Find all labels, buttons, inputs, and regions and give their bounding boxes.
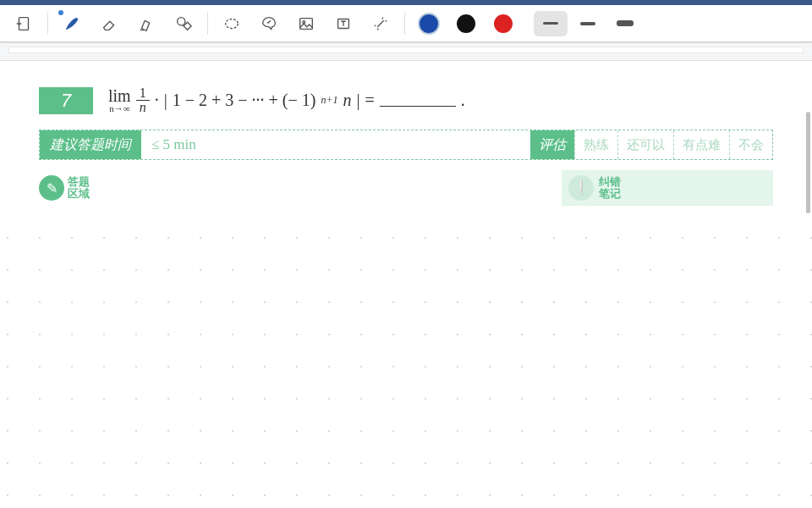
eval-opt-0[interactable]: 熟练 (574, 130, 617, 159)
time-label: 建议答题时间 (40, 130, 141, 159)
eval-opt-2[interactable]: 有点难 (673, 130, 729, 159)
text-tool[interactable] (326, 8, 360, 39)
answer-zone: ✎ 答题区域 (39, 170, 90, 206)
toolbar (0, 5, 812, 42)
eval-opt-1[interactable]: 还可以 (617, 130, 673, 159)
meta-bar: 建议答题时间 ≤ 5 min 评估 熟练 还可以 有点难 不会 (39, 130, 773, 160)
pencil-icon: ✎ (39, 175, 64, 201)
divider (47, 13, 48, 35)
svg-point-1 (178, 17, 185, 25)
thickness-3[interactable] (608, 11, 642, 36)
divider (404, 13, 405, 35)
lasso-tool[interactable] (215, 8, 249, 39)
scrollbar[interactable] (806, 112, 810, 213)
highlighter-tool[interactable] (129, 8, 163, 39)
thickness-2[interactable] (571, 11, 605, 36)
notes-zone: ❕ 纠错笔记 (562, 170, 773, 206)
color-red[interactable] (486, 8, 520, 39)
image-tool[interactable] (289, 8, 323, 39)
color-black[interactable] (449, 8, 483, 39)
pen-tool[interactable] (55, 8, 89, 39)
zones-row: ✎ 答题区域 ❕ 纠错笔记 (39, 170, 773, 206)
svg-rect-3 (300, 18, 313, 29)
answer-blank (380, 95, 456, 107)
laser-tool[interactable] (364, 8, 398, 39)
dot-grid (0, 213, 812, 508)
eval-opt-3[interactable]: 不会 (729, 130, 772, 159)
thickness-1[interactable] (534, 11, 568, 36)
color-blue[interactable] (412, 8, 446, 39)
shapes-tool[interactable] (167, 8, 200, 39)
svg-point-2 (226, 19, 239, 28)
eval-label: 评估 (530, 130, 574, 159)
question-row: 7 limn→∞ 1n · | 1 − 2 + 3 − ··· + (− 1)n… (39, 86, 773, 114)
page-canvas[interactable]: 7 limn→∞ 1n · | 1 − 2 + 3 − ··· + (− 1)n… (0, 61, 812, 508)
eraser-tool[interactable] (92, 8, 126, 39)
insert-page-tool[interactable] (7, 8, 41, 39)
time-value: ≤ 5 min (141, 130, 530, 159)
sticker-tool[interactable] (252, 8, 286, 39)
page-gap (0, 42, 812, 61)
question-number: 7 (39, 87, 93, 114)
divider (207, 13, 208, 35)
math-expression: limn→∞ 1n · | 1 − 2 + 3 − ··· + (− 1)n+1… (108, 86, 465, 114)
exclaim-icon: ❕ (568, 175, 594, 201)
